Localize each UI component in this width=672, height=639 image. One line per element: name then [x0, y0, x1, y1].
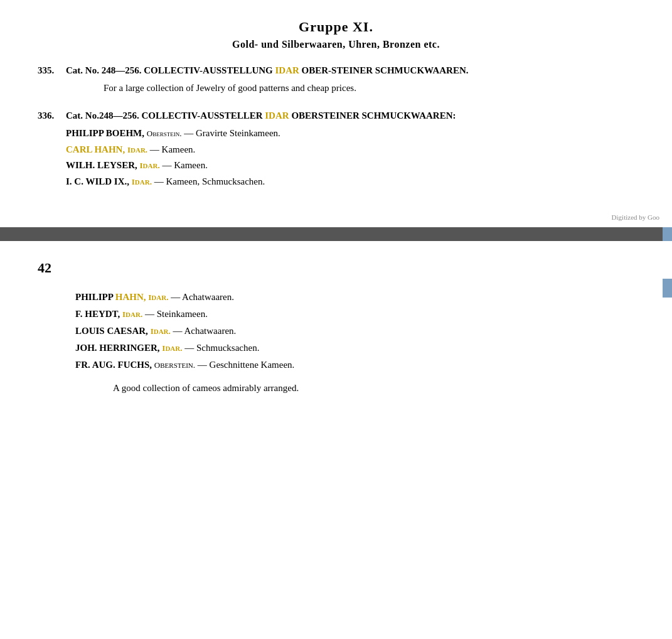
entry-335-title-prefix: Cat. No. 248—256. COLLECTIV-AUSSTELLUNG: [66, 65, 275, 75]
page-subtitle: Gold- und Silberwaaren, Uhren, Bronzen e…: [38, 39, 634, 50]
fuchs-location: OBERSTEIN.: [154, 360, 195, 370]
page-number: 42: [38, 260, 634, 276]
entry-335-content: Cat. No. 248—256. COLLECTIV-AUSSTELLUNG …: [66, 63, 634, 95]
entry-336-title-suffix: OBERSTEINER SCHMUCKWAAREN:: [289, 110, 456, 121]
entry-336-persons: PHILIPP BOEHM, Oberstein. — Gravirte Ste…: [66, 126, 634, 190]
person-wild-dash: —: [154, 176, 166, 186]
person-boehm-location: Oberstein.: [147, 129, 182, 138]
entry-336-title-prefix: Cat. No.248—256. COLLECTIV-AUSSTELLER: [66, 110, 265, 121]
herringer-dash: —: [184, 343, 196, 353]
fuchs-desc: Geschnittene Kameen.: [210, 360, 295, 370]
bottom-description: A good collection of cameos admirably ar…: [75, 380, 634, 397]
philipp-hahn-dash: —: [171, 292, 182, 302]
bottom-page: 42 PHILIPP HAHN, IDAR. — Achatwaaren. F.…: [0, 241, 672, 422]
heydt-dash: —: [145, 309, 157, 319]
person-hahn-name: CARL HAHN,: [66, 144, 125, 154]
person-boehm: PHILIPP BOEHM, Oberstein. — Gravirte Ste…: [66, 126, 634, 142]
person-boehm-name: PHILIPP BOEHM,: [66, 128, 144, 138]
scrollbar-thumb[interactable]: [663, 227, 672, 241]
person-hahn-dash: —: [150, 144, 162, 154]
page-container: Gruppe XI. Gold- und Silberwaaren, Uhren…: [0, 0, 672, 639]
heydt-desc: Steinkameen.: [157, 309, 208, 319]
person-heydt: F. HEYDT, IDAR. — Steinkameen.: [75, 306, 634, 323]
person-herringer: JOH. HERRINGER, IDAR. — Schmucksachen.: [75, 340, 634, 357]
person-hahn-location: IDAR.: [127, 145, 147, 154]
divider-bar: [0, 227, 672, 241]
person-wild-location: IDAR.: [132, 177, 152, 186]
person-hahn: CARL HAHN, IDAR. — Kameen.: [66, 142, 634, 158]
page-title: Gruppe XI.: [38, 19, 634, 35]
entry-336-content: Cat. No.248—256. COLLECTIV-AUSSTELLER ID…: [66, 108, 634, 190]
entry-336-highlight: IDAR: [265, 110, 289, 121]
caesar-desc: Achatwaaren.: [184, 326, 236, 336]
digitized-note: Digitized by Goo: [612, 213, 659, 221]
entry-336: 336. Cat. No.248—256. COLLECTIV-AUSSTELL…: [38, 108, 634, 190]
person-leyser-name: WILH. LEYSER,: [66, 160, 137, 170]
person-hahn-desc: Kameen.: [162, 144, 196, 154]
philipp-hahn-desc: Achatwaaren.: [182, 292, 234, 302]
philipp-hahn-location: IDAR.: [148, 293, 168, 302]
person-leyser-dash: —: [162, 160, 174, 170]
person-wild-name: I. C. WILD IX.,: [66, 176, 129, 186]
fuchs-dash: —: [198, 360, 210, 370]
entry-336-title: Cat. No.248—256. COLLECTIV-AUSSTELLER ID…: [66, 108, 634, 123]
person-leyser: WILH. LEYSER, IDAR. — Kameen.: [66, 158, 634, 174]
person-caesar: LOUIS CAESAR, IDAR. — Achatwaaren.: [75, 323, 634, 340]
herringer-name: JOH. HERRINGER,: [75, 343, 160, 353]
person-wild-desc: Kameen, Schmucksachen.: [166, 176, 265, 186]
entry-336-number: 336.: [38, 108, 66, 190]
person-leyser-desc: Kameen.: [174, 160, 208, 170]
entry-335-title-suffix: OBER-STEINER SCHMUCKWAAREN.: [299, 65, 469, 75]
entry-335-highlight: IDAR: [275, 65, 299, 75]
person-wild: I. C. WILD IX., IDAR. — Kameen, Schmucks…: [66, 174, 634, 190]
entry-335-title: Cat. No. 248—256. COLLECTIV-AUSSTELLUNG …: [66, 63, 634, 78]
caesar-dash: —: [173, 326, 184, 336]
scrollbar-thumb-right[interactable]: [663, 279, 672, 298]
caesar-name: LOUIS CAESAR,: [75, 326, 148, 336]
top-page: Gruppe XI. Gold- und Silberwaaren, Uhren…: [0, 0, 672, 227]
entry-335-number: 335.: [38, 63, 66, 95]
philipp-hahn-name-highlight: HAHN,: [115, 292, 146, 302]
person-boehm-dash: —: [184, 128, 196, 138]
entry-335-description: For a large collection of Jewelry of goo…: [104, 80, 634, 95]
heydt-location: IDAR.: [122, 309, 142, 319]
herringer-desc: Schmucksachen.: [196, 343, 259, 353]
fuchs-name: FR. AUG. FUCHS,: [75, 360, 152, 370]
philipp-hahn-name-prefix: PHILIPP: [75, 292, 115, 302]
entry-335: 335. Cat. No. 248—256. COLLECTIV-AUSSTEL…: [38, 63, 634, 95]
heydt-name: F. HEYDT,: [75, 309, 120, 319]
person-boehm-desc: Gravirte Steinkameen.: [196, 128, 280, 138]
bottom-list: PHILIPP HAHN, IDAR. — Achatwaaren. F. HE…: [75, 289, 634, 397]
scrollbar-right: [663, 241, 672, 422]
person-fuchs: FR. AUG. FUCHS, OBERSTEIN. — Geschnitten…: [75, 357, 634, 373]
person-philipp-hahn: PHILIPP HAHN, IDAR. — Achatwaaren.: [75, 289, 634, 306]
caesar-location: IDAR.: [151, 326, 171, 336]
person-leyser-location: IDAR.: [140, 161, 160, 170]
herringer-location: IDAR.: [162, 343, 182, 353]
